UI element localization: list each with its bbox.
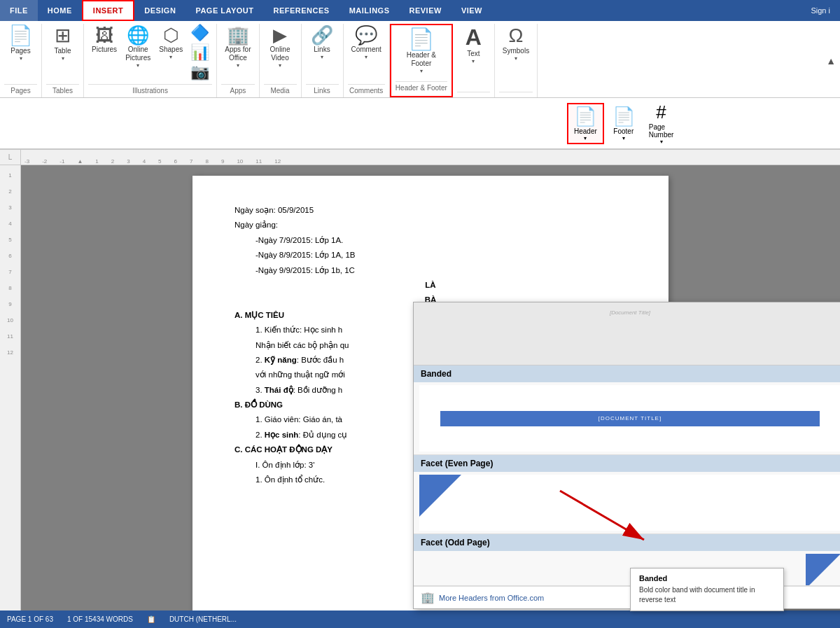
- facet-odd-section-label[interactable]: Facet (Odd Page): [414, 534, 840, 551]
- ribbon-group-tables: ⊞ Table ▾ Tables: [42, 24, 84, 97]
- text-arrow: ▾: [472, 58, 475, 65]
- footer-sub-icon: 📄: [612, 106, 635, 127]
- facet-odd-triangle: [806, 554, 840, 586]
- page-number-sub-button[interactable]: # PageNumber ▾: [643, 100, 680, 146]
- pages-label: Pages: [10, 47, 30, 55]
- online-video-icon: ▶: [273, 26, 287, 44]
- sign-in[interactable]: Sign i: [801, 0, 840, 21]
- pictures-icon: 🖼: [95, 26, 113, 44]
- ruler-mark: -1: [59, 158, 64, 165]
- tooltip-description: Bold color band with document title in r…: [639, 585, 775, 605]
- online-video-label: OnlineVideo: [270, 46, 290, 62]
- banded-preview-content: [DOCUMENT TITLE]: [419, 385, 840, 452]
- ruler-mark: 3: [127, 158, 130, 165]
- symbols-icon: Ω: [509, 26, 524, 46]
- tab-file[interactable]: FILE: [0, 0, 38, 21]
- symbols-button[interactable]: Ω Symbols ▾: [499, 24, 533, 64]
- ruler-mark: 11: [255, 158, 262, 165]
- online-pictures-icon: 🌐: [127, 26, 149, 44]
- ruler-mark: 4: [143, 158, 146, 165]
- ribbon-group-media: ▶ OnlineVideo ▾ Media: [260, 24, 302, 97]
- links-icon: 🔗: [311, 26, 333, 44]
- facet-even-section-label[interactable]: Facet (Even Page): [414, 455, 840, 472]
- header-footer-label: Header &Footer: [407, 51, 436, 68]
- footer-sub-arrow: ▾: [622, 135, 625, 141]
- apps-for-office-icon: 🏢: [227, 26, 249, 44]
- text-button[interactable]: A Text ▾: [458, 24, 489, 67]
- tab-insert[interactable]: INSERT: [82, 0, 134, 21]
- shapes-label: Shapes: [159, 46, 183, 54]
- smartart-button[interactable]: 🔷: [188, 24, 212, 42]
- links-arrow: ▾: [321, 54, 323, 61]
- ruler-mark: 12: [274, 158, 281, 165]
- page-number-sub-arrow: ▾: [660, 139, 663, 145]
- track-changes-icon: 📋: [147, 615, 155, 623]
- tab-home[interactable]: HOME: [38, 0, 82, 21]
- left-ruler-mark: 2: [8, 188, 11, 195]
- ribbon: 📄 Pages ▾ Pages ⊞ Table ▾ Tables: [0, 21, 840, 98]
- footer-sub-button[interactable]: 📄 Footer ▾: [607, 104, 640, 143]
- shapes-button[interactable]: ⬡ Shapes ▾: [155, 24, 186, 63]
- tab-mailings[interactable]: MAILINGS: [340, 0, 400, 21]
- ruler-mark: ▲: [77, 158, 83, 165]
- ruler-container: L -3 -2 -1 ▲ 1 2 3 4 5 6 7 8 9 10 11 12: [0, 150, 840, 165]
- document-canvas: Ngày soạn: 05/9/2015 Ngày giảng: -Ngày 7…: [21, 165, 840, 628]
- ribbon-group-apps-buttons: 🏢 Apps forOffice ▾: [221, 24, 254, 83]
- illustrations-group-label: Illustrations: [88, 84, 212, 97]
- page-number-sub-label: PageNumber: [649, 123, 674, 139]
- comment-button[interactable]: 💬 Comment ▾: [348, 24, 385, 63]
- ribbon-group-text: A Text ▾: [453, 24, 495, 97]
- document-title-preview-label: [Document Title]: [610, 309, 650, 316]
- ribbon-group-tables-buttons: ⊞ Table ▾: [48, 24, 78, 83]
- left-ruler-mark: 7: [8, 269, 11, 275]
- tab-design[interactable]: DESIGN: [134, 0, 186, 21]
- header-footer-button[interactable]: 📄 Header &Footer ▾: [403, 27, 440, 77]
- hf-group-label: Header & Footer: [396, 81, 447, 95]
- comment-arrow: ▾: [365, 54, 368, 61]
- table-button[interactable]: ⊞ Table ▾: [48, 24, 78, 64]
- ruler-mark: 10: [237, 158, 243, 165]
- pages-button[interactable]: 📄 Pages ▾: [5, 24, 36, 64]
- horizontal-ruler: -3 -2 -1 ▲ 1 2 3 4 5 6 7 8 9 10 11 12: [21, 150, 840, 165]
- doc-line: -Ngày 7/9/2015: Lớp 1A.: [255, 234, 626, 246]
- small-icons-group: 🔷 📊 📷: [188, 24, 212, 81]
- tab-page-layout[interactable]: PAGE LAYOUT: [186, 0, 263, 21]
- ribbon-group-links-buttons: 🔗 Links ▾: [307, 24, 337, 83]
- left-ruler-mark: 5: [8, 237, 11, 243]
- header-dropdown-panel: [Document Title] Banded [DOCUMENT TITLE]…: [413, 302, 840, 609]
- ribbon-group-media-buttons: ▶ OnlineVideo ▾: [265, 24, 295, 83]
- status-bar: PAGE 1 OF 63 1 OF 15434 WORDS 📋 DUTCH (N…: [0, 610, 840, 628]
- ruler-mark: -2: [42, 158, 47, 165]
- chart-icon: 📊: [190, 45, 209, 60]
- facet-even-preview[interactable]: [414, 472, 840, 534]
- ribbon-group-comments: 💬 Comment ▾ Comments: [344, 24, 390, 97]
- shapes-icon: ⬡: [163, 26, 179, 44]
- tab-review[interactable]: REVIEW: [399, 0, 451, 21]
- screenshot-button[interactable]: 📷: [188, 63, 212, 81]
- links-button[interactable]: 🔗 Links ▾: [307, 24, 337, 63]
- online-video-button[interactable]: ▶ OnlineVideo ▾: [265, 24, 295, 71]
- left-ruler-mark: 4: [8, 221, 11, 227]
- comments-group-label: Comments: [348, 84, 385, 97]
- ribbon-group-symbols-buttons: Ω Symbols ▾: [499, 24, 533, 90]
- left-ruler-mark: 8: [8, 285, 11, 291]
- page-number-sub-icon: #: [656, 102, 666, 123]
- ribbon-group-apps: 🏢 Apps forOffice ▾ Apps: [217, 24, 259, 97]
- ribbon-collapse[interactable]: ▲: [826, 24, 840, 97]
- shapes-arrow: ▾: [169, 54, 172, 61]
- tab-references[interactable]: REFERENCES: [264, 0, 340, 21]
- banded-section-label[interactable]: Banded: [414, 365, 840, 382]
- tab-view[interactable]: VIEW: [451, 0, 492, 21]
- chart-button[interactable]: 📊: [188, 43, 212, 62]
- online-pictures-arrow: ▾: [136, 62, 139, 69]
- ribbon-group-symbols: Ω Symbols ▾: [495, 24, 538, 97]
- text-label: Text: [467, 50, 479, 58]
- pictures-button[interactable]: 🖼 Pictures: [88, 24, 120, 56]
- tooltip-title: Banded: [639, 574, 775, 582]
- header-sub-button[interactable]: 📄 Header ▾: [567, 103, 604, 144]
- apps-for-office-button[interactable]: 🏢 Apps forOffice ▾: [221, 24, 254, 71]
- online-pictures-button[interactable]: 🌐 OnlinePictures ▾: [122, 24, 154, 71]
- ribbon-group-links: 🔗 Links ▾ Links: [302, 24, 344, 97]
- header-sub-label: Header: [574, 127, 597, 135]
- banded-preview[interactable]: [DOCUMENT TITLE]: [414, 382, 840, 455]
